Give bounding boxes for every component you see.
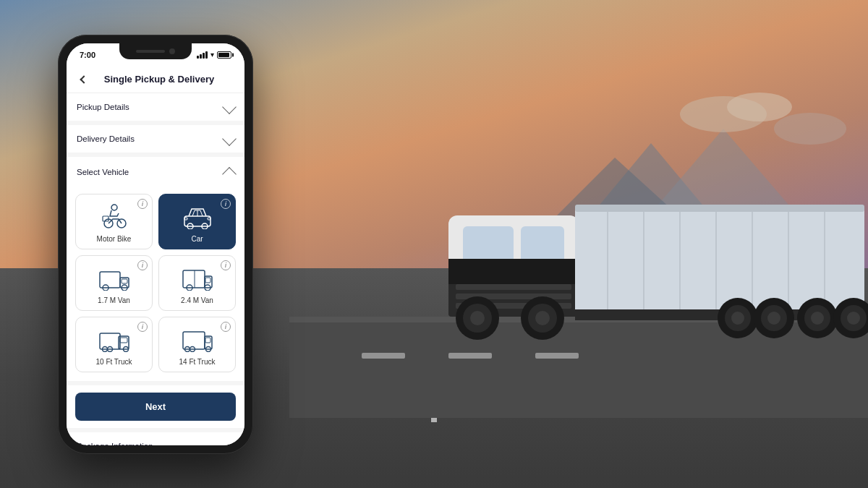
svg-point-37	[731, 312, 744, 325]
truck10-icon-area	[97, 325, 132, 354]
info-icon-van17[interactable]: i	[137, 260, 148, 270]
car-svg	[182, 203, 213, 229]
vehicle-grid: i	[67, 188, 244, 381]
svg-rect-8	[362, 353, 405, 359]
svg-point-46	[847, 312, 860, 325]
screen-content[interactable]: Pickup Details Delivery Details Select V…	[67, 93, 244, 445]
truck14-icon-area	[180, 325, 215, 354]
phone-screen: 7:00 ▾	[67, 43, 244, 445]
info-icon-motorbike[interactable]: i	[137, 199, 148, 209]
svg-rect-76	[205, 338, 210, 343]
package-information-label: Package Information	[77, 442, 153, 445]
notch-camera	[169, 48, 175, 54]
delivery-details-row[interactable]: Delivery Details	[67, 125, 244, 153]
motorbike-icon-area	[97, 202, 132, 231]
svg-rect-62	[183, 270, 205, 288]
next-button[interactable]: Next	[75, 393, 236, 421]
svg-rect-20	[575, 205, 864, 212]
pickup-details-label: Pickup Details	[77, 103, 129, 111]
svg-rect-57	[100, 272, 120, 288]
svg-point-47	[111, 205, 117, 210]
vehicle-card-truck10[interactable]: i	[75, 317, 153, 372]
svg-point-5	[774, 113, 846, 145]
truck-illustration	[289, 71, 868, 418]
info-icon-truck10[interactable]: i	[137, 322, 148, 332]
phone-mockup: 7:00 ▾	[58, 35, 253, 454]
svg-rect-9	[448, 353, 492, 359]
back-button[interactable]	[77, 72, 91, 87]
van17-icon-area	[97, 263, 132, 292]
notch-speaker	[136, 50, 165, 53]
svg-rect-59	[122, 279, 127, 283]
status-time: 7:00	[80, 51, 95, 59]
phone-frame: 7:00 ▾	[58, 35, 253, 454]
svg-rect-69	[120, 338, 127, 343]
vehicle-card-motorbike[interactable]: i	[75, 194, 153, 249]
svg-rect-18	[448, 259, 579, 284]
package-chevron-down-icon	[222, 439, 237, 445]
svg-point-31	[470, 311, 485, 325]
svg-point-4	[727, 93, 792, 121]
info-icon-car[interactable]: i	[221, 199, 231, 209]
vehicle-card-van17[interactable]: i	[75, 255, 153, 311]
truck10-label: 10 Ft Truck	[95, 358, 132, 366]
van17-svg	[98, 265, 130, 291]
select-vehicle-label: Select Vehicle	[77, 168, 129, 176]
page-title: Single Pickup & Delivery	[98, 74, 220, 85]
phone-notch	[119, 43, 192, 59]
info-icon-truck14[interactable]: i	[221, 322, 231, 332]
back-arrow-icon	[80, 75, 88, 83]
motorbike-label: Motor Bike	[97, 235, 132, 243]
truck10-svg	[98, 326, 130, 352]
car-label: Car	[191, 235, 203, 243]
info-icon-van24[interactable]: i	[221, 260, 231, 270]
vehicle-card-car[interactable]: i	[158, 194, 236, 249]
van17-label: 1.7 M Van	[98, 296, 130, 304]
pickup-details-row[interactable]: Pickup Details	[67, 93, 244, 121]
vehicle-chevron-up-icon	[222, 167, 237, 181]
vehicle-card-van24[interactable]: i	[158, 255, 236, 311]
select-vehicle-section: Select Vehicle i	[67, 157, 244, 381]
next-button-wrapper: Next	[67, 385, 244, 428]
vehicle-card-truck14[interactable]: i	[158, 317, 236, 372]
signal-icon	[197, 51, 208, 59]
delivery-chevron-down-icon	[222, 132, 237, 146]
van24-svg	[182, 265, 213, 291]
select-vehicle-header[interactable]: Select Vehicle	[67, 157, 244, 188]
svg-rect-15	[456, 284, 571, 290]
wifi-icon: ▾	[210, 51, 214, 59]
svg-rect-64	[205, 278, 210, 283]
van24-label: 2.4 M Van	[181, 296, 213, 304]
delivery-details-label: Delivery Details	[77, 134, 135, 143]
car-icon-area	[180, 202, 215, 231]
truck14-label: 14 Ft Truck	[179, 358, 215, 366]
van24-icon-area	[180, 263, 215, 292]
svg-point-43	[811, 312, 824, 325]
svg-rect-10	[535, 353, 579, 359]
battery-icon	[217, 51, 231, 59]
package-information-row[interactable]: Package Information	[67, 432, 244, 445]
status-icons: ▾	[197, 51, 231, 59]
app-header: Single Pickup & Delivery	[67, 67, 244, 93]
svg-point-40	[767, 312, 780, 325]
truck14-svg	[182, 326, 213, 352]
svg-point-34	[535, 311, 550, 325]
motorbike-svg	[98, 203, 130, 229]
pickup-chevron-down-icon	[222, 100, 237, 114]
